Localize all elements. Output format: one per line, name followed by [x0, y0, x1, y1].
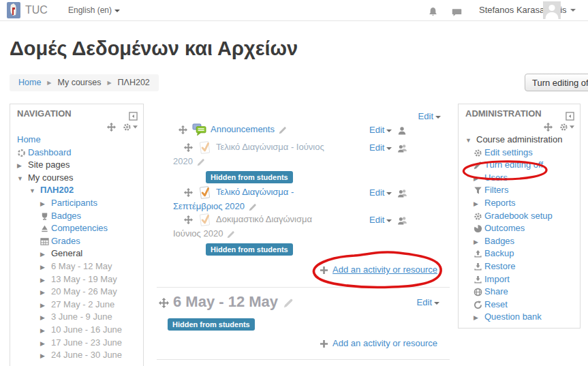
admin-item-restore[interactable]: Restore: [459, 261, 580, 274]
breadcrumb-home-link[interactable]: Home: [18, 78, 41, 87]
block-actions-gear-icon[interactable]: [559, 121, 574, 132]
nav-item-grades[interactable]: Grades: [10, 236, 143, 249]
collapsed-arrow-icon[interactable]: ▶: [40, 327, 51, 334]
nav-item-week[interactable]: ▶13 May - 19 May: [10, 274, 143, 287]
move-block-icon[interactable]: [544, 121, 553, 132]
nav-item-badges[interactable]: Badges: [10, 211, 143, 224]
activity-edit-menu[interactable]: Edit: [369, 125, 407, 136]
competency-icon: [40, 223, 51, 233]
chevron-down-icon: [386, 192, 392, 195]
breadcrumb-course[interactable]: ΠΛΗ202: [118, 78, 150, 87]
nav-item-competencies[interactable]: Competencies: [10, 223, 143, 236]
group-mode-people-icon[interactable]: [397, 142, 407, 153]
activity-link[interactable]: Δοκιμαστικό Διαγώνισμα Ιούνιος 2020: [173, 214, 312, 239]
admin-item-users[interactable]: ▶Users: [459, 172, 580, 185]
messages-chat-icon[interactable]: [452, 6, 462, 18]
collapsed-arrow-icon[interactable]: ▶: [40, 352, 51, 359]
admin-item-backup[interactable]: Backup: [459, 248, 580, 261]
edit-title-pencil-icon[interactable]: [197, 156, 205, 166]
nav-item-site-pages[interactable]: ▶Site pages: [10, 159, 143, 172]
nav-item-week[interactable]: ▶10 June - 16 June: [10, 324, 143, 337]
admin-item-share[interactable]: Share: [459, 286, 580, 299]
collapsed-arrow-icon[interactable]: ▶: [40, 302, 51, 309]
edit-title-pencil-icon[interactable]: [279, 124, 287, 134]
expanded-arrow-icon[interactable]: ▼: [465, 137, 476, 144]
collapsed-arrow-icon[interactable]: ▶: [40, 289, 51, 296]
activity-edit-menu[interactable]: Edit: [369, 142, 407, 153]
collapsed-arrow-icon[interactable]: ▶: [40, 314, 51, 321]
dock-block-icon[interactable]: [566, 110, 574, 122]
nav-item-week[interactable]: ▶3 June - 9 June: [10, 311, 143, 324]
edit-title-pencil-icon[interactable]: [283, 293, 294, 310]
section-edit-menu[interactable]: Edit: [417, 297, 439, 307]
move-activity-icon[interactable]: [184, 214, 193, 224]
activity-link[interactable]: Τελικό Διαγώνισμα - Ιούνιος 2020: [173, 142, 324, 166]
collapsed-arrow-icon[interactable]: ▶: [474, 200, 484, 207]
add-activity-link[interactable]: Add an activity or resource: [320, 264, 437, 275]
turn-editing-off-button[interactable]: Turn editing off: [525, 74, 588, 91]
pencil-icon: [474, 159, 484, 170]
admin-item-reports[interactable]: ▶Reports: [459, 198, 580, 211]
language-menu[interactable]: English (en): [68, 0, 120, 20]
move-activity-icon[interactable]: [184, 187, 193, 197]
activity-link[interactable]: Announcements: [211, 124, 275, 134]
expanded-arrow-icon[interactable]: ▼: [17, 175, 28, 182]
move-activity-icon[interactable]: [179, 124, 187, 134]
admin-item-question-bank[interactable]: ▶Question bank: [459, 311, 580, 324]
nav-item-week[interactable]: ▶17 June - 23 June: [10, 337, 143, 350]
nav-item-week[interactable]: ▶24 June - 30 June: [10, 350, 143, 363]
section-edit-menu[interactable]: Edit: [418, 111, 441, 121]
collapsed-arrow-icon[interactable]: ▶: [474, 239, 484, 245]
nav-item-week[interactable]: ▶6 May - 12 May: [10, 261, 143, 274]
section-divider: [157, 359, 450, 360]
admin-item-reset[interactable]: Reset: [459, 299, 580, 312]
collapsed-arrow-icon[interactable]: ▶: [474, 314, 484, 321]
expanded-arrow-icon[interactable]: ▼: [29, 187, 40, 194]
assign-roles-person-icon[interactable]: [397, 125, 407, 135]
edit-title-pencil-icon[interactable]: [227, 228, 235, 239]
collapsed-arrow-icon[interactable]: ▶: [17, 162, 28, 169]
nav-item-general[interactable]: ▶General: [10, 248, 143, 261]
collapsed-arrow-icon[interactable]: ▶: [40, 264, 51, 271]
dock-block-icon[interactable]: [129, 110, 138, 122]
quiz-icon: [198, 142, 212, 152]
collapsed-arrow-icon[interactable]: ▶: [40, 277, 51, 284]
move-activity-icon[interactable]: [184, 142, 193, 152]
nav-item-my-courses[interactable]: ▼My courses: [10, 172, 143, 185]
activity-edit-menu[interactable]: Edit: [369, 215, 407, 226]
edit-title-pencil-icon[interactable]: [249, 201, 257, 211]
group-mode-people-icon[interactable]: [397, 215, 407, 225]
activity-edit-menu[interactable]: Edit: [369, 187, 407, 198]
nav-item-home[interactable]: Home: [10, 134, 143, 147]
add-activity-link[interactable]: Add an activity or resource: [320, 338, 437, 348]
user-avatar[interactable]: [543, 1, 561, 19]
nav-item-week[interactable]: ▶27 May - 2 June: [10, 299, 143, 312]
tuc-logo-icon[interactable]: [7, 2, 20, 18]
admin-item-turn-editing-off[interactable]: Turn editing off: [459, 159, 580, 172]
admin-item-badges[interactable]: ▶Badges: [459, 236, 580, 249]
nav-item-dashboard[interactable]: Dashboard: [10, 147, 143, 160]
site-short-name[interactable]: TUC: [25, 0, 48, 20]
admin-item-outcomes[interactable]: Outcomes: [459, 223, 580, 236]
reset-icon: [474, 299, 484, 309]
breadcrumb-my-courses[interactable]: My courses: [58, 78, 102, 87]
admin-item-course-administration[interactable]: ▼Course administration: [459, 134, 580, 147]
nav-item-participants[interactable]: ▶Participants: [10, 198, 143, 211]
admin-item-gradebook-setup[interactable]: Gradebook setup: [459, 211, 580, 224]
collapsed-arrow-icon[interactable]: ▶: [40, 340, 51, 347]
gear-icon: [474, 147, 484, 157]
collapsed-arrow-icon[interactable]: ▶: [40, 251, 51, 258]
move-section-icon[interactable]: [159, 293, 169, 310]
nav-item-course-plh202[interactable]: ▼ΠΛΗ202: [10, 185, 143, 198]
nav-item-week[interactable]: ▶20 May - 26 May: [10, 286, 143, 299]
collapsed-arrow-icon[interactable]: ▶: [474, 175, 484, 182]
admin-item-import[interactable]: Import: [459, 274, 580, 287]
plus-icon: [320, 338, 328, 348]
admin-item-filters[interactable]: Filters: [459, 185, 580, 198]
collapsed-arrow-icon[interactable]: ▶: [40, 200, 51, 207]
move-block-icon[interactable]: [107, 121, 116, 132]
user-menu-caret-icon[interactable]: [570, 9, 576, 12]
block-actions-gear-icon[interactable]: [123, 121, 138, 132]
group-mode-people-icon[interactable]: [397, 187, 407, 198]
admin-item-edit-settings[interactable]: Edit settings: [459, 147, 580, 160]
